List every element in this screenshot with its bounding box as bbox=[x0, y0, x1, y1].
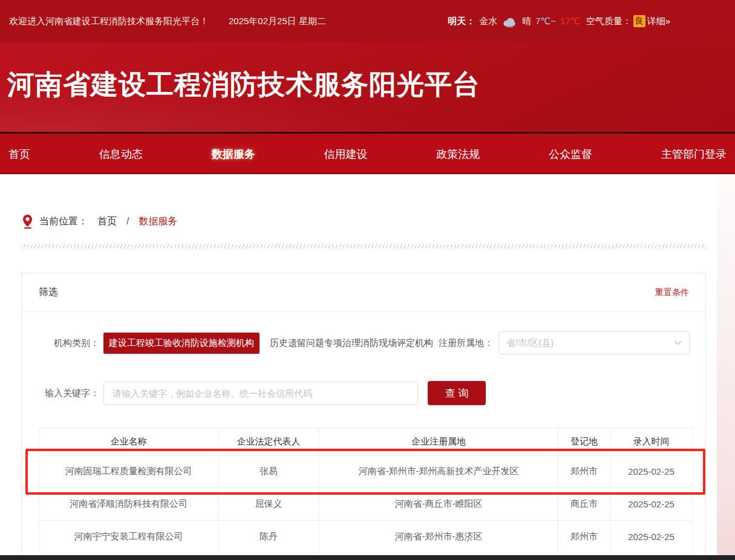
filter-panel-header: 筛选 重置条件 bbox=[22, 273, 705, 312]
results-table: 企业名称 企业法定代表人 企业注册属地 登记地 录入时间 河南固瑞工程质量检测有… bbox=[39, 428, 693, 553]
table-header-cell: 登记地 bbox=[558, 428, 610, 455]
breadcrumb-label: 当前位置： bbox=[39, 214, 88, 229]
air-quality-label: 空气质量： bbox=[586, 16, 632, 27]
chevron-down-icon bbox=[674, 340, 682, 346]
keyword-input[interactable] bbox=[103, 382, 418, 405]
cell-entry-date: 2025-02-25 bbox=[610, 455, 693, 488]
category-option[interactable]: 建设工程竣工验收消防设施检测机构 bbox=[103, 333, 260, 354]
nav-item[interactable]: 首页 bbox=[8, 147, 30, 161]
filter-title: 筛选 bbox=[39, 286, 58, 299]
category-options: 建设工程竣工验收消防设施检测机构 历史遗留问题专项治理消防现场评定机构 bbox=[99, 333, 439, 354]
page: 欢迎进入河南省建设工程消防技术服务阳光平台！ 2025年02月25日 星期二 明… bbox=[0, 0, 735, 560]
cell-company-name: 河南固瑞工程质量检测有限公司 bbox=[39, 455, 218, 488]
cell-entry-date: 2025-02-25 bbox=[610, 521, 693, 553]
nav-item[interactable]: 政策法规 bbox=[436, 147, 480, 161]
slash-divider bbox=[21, 244, 706, 249]
top-utility-bar: 欢迎进入河南省建设工程消防技术服务阳光平台！ 2025年02月25日 星期二 明… bbox=[0, 0, 735, 42]
search-button[interactable]: 查 询 bbox=[428, 381, 486, 405]
table-header-cell: 企业注册属地 bbox=[319, 428, 558, 455]
main-nav: 首页 信息动态 数据服务 信用建设 政策法规 公众监督 主管部门登录 bbox=[0, 132, 735, 174]
cell-company-name: 河南省泽顺消防科技有限公司 bbox=[39, 488, 218, 521]
nav-item[interactable]: 信用建设 bbox=[324, 147, 367, 161]
breadcrumb-current-link[interactable]: 数据服务 bbox=[139, 214, 177, 229]
region-select[interactable]: 省/市/区(县) bbox=[498, 331, 690, 354]
cloud-icon bbox=[501, 16, 518, 27]
cell-legal-representative: 陈丹 bbox=[218, 521, 319, 553]
cell-registered-location: 河南省-郑州市-郑州高新技术产业开发区 bbox=[319, 455, 558, 488]
region-label: 注册所属地： bbox=[439, 337, 493, 349]
weather-widget: 明天： 金水 晴 7℃~ 17℃ 空气质量： 良 详细» bbox=[448, 15, 670, 27]
keyword-filter-row: 输入关键字： 查 询 bbox=[22, 381, 705, 405]
table-row: 河南固瑞工程质量检测有限公司 张易 河南省-郑州市-郑州高新技术产业开发区 郑州… bbox=[39, 455, 693, 488]
cell-legal-representative: 屈保义 bbox=[218, 488, 319, 521]
nav-item[interactable]: 信息动态 bbox=[99, 147, 143, 161]
region-select-placeholder: 省/市/区(县) bbox=[506, 337, 554, 349]
masthead: 河南省建设工程消防技术服务阳光平台 bbox=[0, 42, 735, 132]
site-title: 河南省建设工程消防技术服务阳光平台 bbox=[0, 42, 735, 103]
bottom-edge-bar bbox=[0, 555, 735, 560]
weather-location: 金水 bbox=[479, 16, 497, 27]
filter-panel: 筛选 重置条件 机构类别： 建设工程竣工验收消防设施检测机构 历史遗留问题专项治… bbox=[21, 273, 706, 560]
category-option[interactable]: 历史遗留问题专项治理消防现场评定机构 bbox=[264, 333, 439, 354]
table-header-cell: 企业法定代表人 bbox=[218, 428, 319, 455]
cell-registered-location: 河南省-商丘市-睢阳区 bbox=[319, 488, 558, 521]
table-header-cell: 录入时间 bbox=[610, 428, 693, 455]
air-quality-badge: 良 bbox=[633, 15, 645, 27]
temp-high: 17℃ bbox=[560, 16, 581, 27]
nav-item[interactable]: 数据服务 bbox=[212, 147, 255, 161]
weather-detail-link[interactable]: 详细» bbox=[647, 16, 670, 27]
cell-company-name: 河南宇宁安装工程有限公司 bbox=[39, 521, 218, 553]
welcome-text: 欢迎进入河南省建设工程消防技术服务阳光平台！ bbox=[9, 16, 209, 27]
cell-legal-representative: 张易 bbox=[218, 455, 319, 488]
table-header-row: 企业名称 企业法定代表人 企业注册属地 登记地 录入时间 bbox=[39, 428, 693, 455]
category-label: 机构类别： bbox=[22, 337, 99, 349]
page-edge-gradient bbox=[717, 177, 735, 555]
reset-filters-link[interactable]: 重置条件 bbox=[655, 287, 689, 298]
cell-registry-city: 商丘市 bbox=[558, 488, 610, 521]
breadcrumb: 当前位置： 首页 / 数据服务 bbox=[0, 174, 735, 229]
weather-condition: 晴 bbox=[522, 16, 531, 27]
region-filter-group: 注册所属地： 省/市/区(县) bbox=[439, 331, 690, 354]
table-header-cell: 企业名称 bbox=[39, 428, 218, 455]
table-row: 河南省泽顺消防科技有限公司 屈保义 河南省-商丘市-睢阳区 商丘市 2025-0… bbox=[39, 488, 693, 521]
location-pin-icon bbox=[23, 215, 32, 229]
category-filter-row: 机构类别： 建设工程竣工验收消防设施检测机构 历史遗留问题专项治理消防现场评定机… bbox=[22, 331, 705, 354]
nav-item[interactable]: 公众监督 bbox=[549, 147, 592, 161]
temp-low: 7℃~ bbox=[535, 16, 556, 27]
cell-entry-date: 2025-02-25 bbox=[610, 488, 693, 521]
weather-day-label: 明天： bbox=[448, 16, 475, 27]
table-body: 河南固瑞工程质量检测有限公司 张易 河南省-郑州市-郑州高新技术产业开发区 郑州… bbox=[39, 455, 693, 553]
cell-registered-location: 河南省-郑州市-惠济区 bbox=[319, 521, 558, 553]
date-text: 2025年02月25日 星期二 bbox=[229, 16, 326, 27]
cell-registry-city: 郑州市 bbox=[558, 521, 610, 553]
keyword-label: 输入关键字： bbox=[22, 388, 99, 399]
cell-registry-city: 郑州市 bbox=[558, 455, 610, 488]
table-row: 河南宇宁安装工程有限公司 陈丹 河南省-郑州市-惠济区 郑州市 2025-02-… bbox=[39, 521, 693, 553]
breadcrumb-separator: / bbox=[126, 214, 129, 229]
breadcrumb-home-link[interactable]: 首页 bbox=[97, 214, 117, 229]
nav-item[interactable]: 主管部门登录 bbox=[661, 147, 727, 161]
